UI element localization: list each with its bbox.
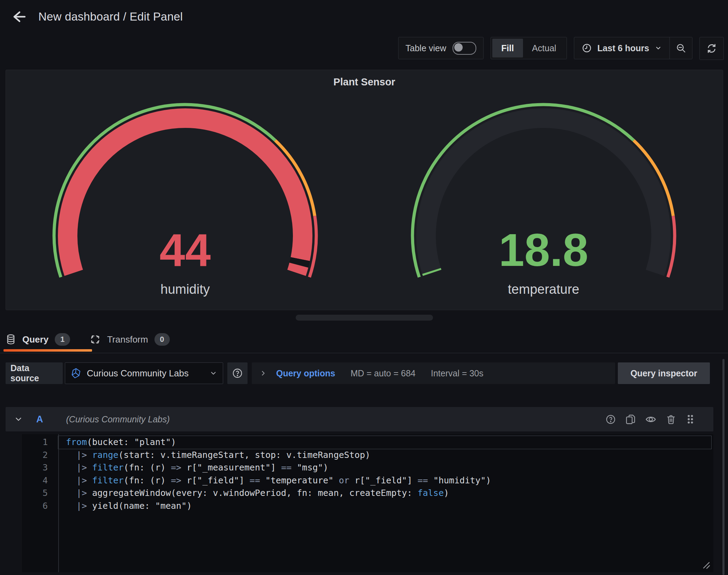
tab-transform[interactable]: Transform 0 xyxy=(90,333,170,346)
time-range-group: Last 6 hours xyxy=(574,37,692,59)
max-data-points-stat: MD = auto = 684 xyxy=(350,368,415,378)
code-line-content: |> aggregateWindow(every: v.windowPeriod… xyxy=(58,487,711,500)
humidity-gauge-svg: 44humidity xyxy=(49,101,321,305)
collapse-chevron-icon[interactable] xyxy=(14,415,23,424)
code-line-content: from(bucket: "plant") xyxy=(58,436,711,449)
table-view-label: Table view xyxy=(405,43,446,53)
editor-resize-handle[interactable] xyxy=(702,560,711,569)
query-datasource-hint: (Curious Community Labs) xyxy=(66,414,170,424)
query-row-actions xyxy=(605,414,695,425)
code-line[interactable]: 3 |> filter(fn: (r) => r["_measurement"]… xyxy=(22,461,713,474)
datasource-picker[interactable]: Curious Community Labs xyxy=(65,362,223,384)
chevron-down-icon xyxy=(210,369,217,377)
code-line[interactable]: 4 |> filter(fn: (r) => r["_field"] == "t… xyxy=(22,474,713,487)
chevron-right-icon[interactable] xyxy=(259,369,267,377)
flux-code-editor[interactable]: 1from(bucket: "plant")2 |> range(start: … xyxy=(22,434,713,572)
magnifier-minus-icon xyxy=(676,43,686,53)
query-toolbar: Data source Curious Community Labs xyxy=(6,362,710,384)
table-view-toggle[interactable] xyxy=(453,42,476,55)
tab-query-label: Query xyxy=(22,334,48,345)
line-number: 2 xyxy=(22,449,58,462)
tab-transform-label: Transform xyxy=(107,334,148,345)
time-range-picker[interactable]: Last 6 hours xyxy=(574,37,669,59)
line-number: 4 xyxy=(22,474,58,487)
time-range-label: Last 6 hours xyxy=(597,43,649,53)
editor-tabs: Query 1 Transform 0 xyxy=(6,330,170,349)
panel-title: Plant Sensor xyxy=(6,76,723,88)
panel-toolbar: Table view Fill Actual Last 6 hours xyxy=(398,37,724,59)
svg-text:humidity: humidity xyxy=(160,282,210,297)
line-number: 3 xyxy=(22,461,58,474)
scrollbar-thumb[interactable] xyxy=(722,359,725,575)
fill-option[interactable]: Fill xyxy=(492,39,523,58)
refresh-icon xyxy=(706,43,717,54)
code-line-content: |> filter(fn: (r) => r["_field"] == "tem… xyxy=(58,474,711,487)
code-lines: 1from(bucket: "plant")2 |> range(start: … xyxy=(22,436,713,513)
temperature-gauge-svg: 18.8temperature xyxy=(408,101,680,305)
clock-icon xyxy=(582,43,592,53)
gauge-panel: 44humidity 18.8temperature Plant Sensor xyxy=(6,70,723,310)
grafana-edit-panel: New dashboard / Edit Panel Table view Fi… xyxy=(0,0,728,575)
code-line-content: |> range(start: v.timeRangeStart, stop: … xyxy=(58,449,711,462)
query-inspector-button[interactable]: Query inspector xyxy=(618,362,710,384)
interval-stat: Interval = 30s xyxy=(431,368,484,378)
datasource-label: Data source xyxy=(6,362,63,384)
delete-query-icon[interactable] xyxy=(666,414,676,425)
actual-option[interactable]: Actual xyxy=(523,39,565,58)
influxdb-datasource-icon xyxy=(71,368,81,379)
tab-transform-badge: 0 xyxy=(154,333,170,346)
query-ref-id[interactable]: A xyxy=(36,414,43,425)
svg-text:18.8: 18.8 xyxy=(499,224,589,276)
line-number: 1 xyxy=(22,436,58,449)
tab-query[interactable]: Query 1 xyxy=(6,333,70,346)
query-row-a: A (Curious Community Labs) xyxy=(6,407,713,431)
code-line-content: |> filter(fn: (r) => r["_measurement"] =… xyxy=(58,461,711,474)
table-view-group: Table view xyxy=(398,37,484,59)
panel-resize-handle[interactable] xyxy=(296,315,433,321)
code-line[interactable]: 1from(bucket: "plant") xyxy=(22,436,713,449)
tab-query-badge: 1 xyxy=(55,333,70,346)
code-line-content: |> yield(name: "mean") xyxy=(58,500,711,513)
toggle-visibility-icon[interactable] xyxy=(645,414,657,425)
datasource-name: Curious Community Labs xyxy=(87,368,204,379)
transform-icon xyxy=(90,334,101,345)
gauge-humidity: 44humidity xyxy=(6,70,364,310)
code-line[interactable]: 6 |> yield(name: "mean") xyxy=(22,500,713,513)
chevron-down-icon xyxy=(655,45,662,52)
svg-text:temperature: temperature xyxy=(508,282,579,297)
query-options-bar: Query options MD = auto = 684 Interval =… xyxy=(252,362,615,384)
toggle-knob xyxy=(454,43,463,52)
drag-handle-icon[interactable] xyxy=(685,414,695,425)
page-title: New dashboard / Edit Panel xyxy=(38,8,183,25)
gauge-container: 44humidity 18.8temperature xyxy=(6,70,723,310)
code-line[interactable]: 2 |> range(start: v.timeRangeStart, stop… xyxy=(22,449,713,462)
back-button[interactable] xyxy=(10,8,28,26)
code-line[interactable]: 5 |> aggregateWindow(every: v.windowPeri… xyxy=(22,487,713,500)
datasource-help-button[interactable] xyxy=(227,362,248,384)
tabs-divider xyxy=(0,353,728,353)
svg-text:44: 44 xyxy=(160,224,211,276)
back-arrow-icon xyxy=(10,8,27,25)
line-number: 6 xyxy=(22,500,58,513)
query-options-link[interactable]: Query options xyxy=(276,368,335,378)
active-tab-underline xyxy=(3,349,92,352)
zoom-out-time-button[interactable] xyxy=(670,37,692,59)
gauge-temperature: 18.8temperature xyxy=(364,70,723,310)
help-circle-icon xyxy=(232,368,243,379)
database-icon xyxy=(6,334,16,345)
query-help-icon[interactable] xyxy=(605,414,616,425)
line-number: 5 xyxy=(22,487,58,500)
display-mode-group: Fill Actual xyxy=(491,37,567,59)
refresh-button[interactable] xyxy=(699,37,724,60)
duplicate-query-icon[interactable] xyxy=(625,414,636,425)
